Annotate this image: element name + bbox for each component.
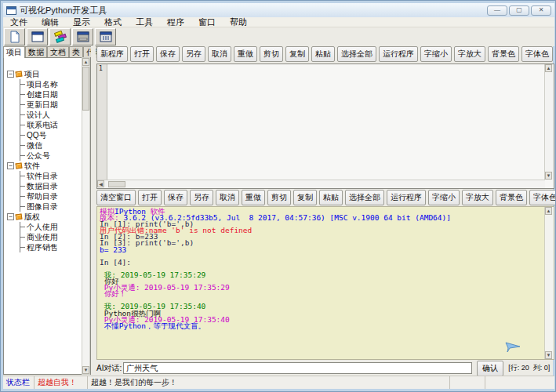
toolbar-button[interactable]: 字缩小 <box>428 190 460 205</box>
tree-group[interactable]: −软件 <box>7 161 90 171</box>
tree-item[interactable]: 设计人 <box>7 110 90 120</box>
maximize-button[interactable]: ▢ <box>509 5 529 16</box>
toolbar-button[interactable]: 字体色 <box>521 46 553 62</box>
new-file-button[interactable] <box>4 28 25 45</box>
tree-item[interactable]: 商业使用 <box>7 232 90 242</box>
toolbar-button[interactable]: 重做 <box>234 46 257 62</box>
tree-item[interactable]: 公众号 <box>7 151 90 161</box>
console-scrollbar[interactable]: ▲ ▼ <box>544 207 554 359</box>
toolbar-button[interactable]: 背景色 <box>488 46 519 62</box>
collapse-icon[interactable]: − <box>7 213 14 220</box>
menu-item[interactable]: 显示 <box>66 17 97 27</box>
grid-window-button[interactable] <box>95 28 116 45</box>
title-bar[interactable]: 可视化Python开发工具 — ▢ ✕ <box>3 3 554 17</box>
toolbar-button[interactable]: 重做 <box>242 190 265 205</box>
toolbar-button[interactable]: 字放大 <box>462 190 493 205</box>
collapse-icon[interactable]: − <box>7 162 14 169</box>
toolbar-button[interactable]: 打开 <box>130 46 154 62</box>
menu-item[interactable]: 帮助 <box>223 17 254 27</box>
tree-item-label: 图像目录 <box>27 201 58 212</box>
toolbar-button[interactable]: 取消 <box>216 190 239 205</box>
left-pane-tab[interactable]: 数据 <box>25 46 47 58</box>
confirm-button[interactable]: 确认 <box>477 361 503 376</box>
tree-item[interactable]: 程序销售 <box>7 242 90 252</box>
menu-item[interactable]: 格式 <box>97 17 129 27</box>
toolbar-button[interactable]: 取消 <box>208 46 231 62</box>
tree-item[interactable]: 联系电话 <box>7 120 90 130</box>
close-button[interactable]: ✕ <box>531 5 551 16</box>
tree-item[interactable]: 软件目录 <box>7 171 90 181</box>
format-colors-icon <box>54 31 67 43</box>
left-pane-tab[interactable]: 项目 <box>3 46 25 58</box>
toolbar-button[interactable]: 另存 <box>182 46 205 62</box>
code-editor[interactable]: 1 ▲ ▼ ◀ <box>96 64 554 189</box>
pane-splitter[interactable] <box>91 46 96 375</box>
tree-scrollbar[interactable]: ▲ ▼ <box>82 57 90 375</box>
menu-item[interactable]: 程序 <box>160 17 191 27</box>
tree-item[interactable]: QQ号 <box>7 130 90 140</box>
scroll-thumb[interactable] <box>108 181 125 187</box>
window-view-button[interactable] <box>27 28 48 45</box>
toolbar-button[interactable]: 选择全部 <box>345 190 384 205</box>
console-window-button[interactable] <box>72 28 93 45</box>
scroll-down-icon[interactable]: ▼ <box>545 351 552 359</box>
menu-item[interactable]: 工具 <box>129 17 160 27</box>
menu-bar: 文件编辑显示格式工具程序窗口帮助 <box>3 17 554 27</box>
toolbar-button[interactable]: 背景色 <box>496 190 527 205</box>
tree-item[interactable]: 创建日期 <box>7 89 90 100</box>
tree-item[interactable]: 数据目录 <box>7 181 90 191</box>
toolbar-button[interactable]: 运行程序 <box>379 46 418 62</box>
scroll-up-icon[interactable]: ▲ <box>545 207 552 215</box>
toolbar-button[interactable]: 剪切 <box>260 46 283 62</box>
toolbar-button[interactable]: 运行程序 <box>387 190 426 205</box>
toolbar-button[interactable]: 剪切 <box>267 190 291 205</box>
scroll-left-icon[interactable]: ◀ <box>97 180 104 187</box>
toolbar-button[interactable]: 粘贴 <box>311 46 335 62</box>
toolbar-button[interactable]: 字体色 <box>529 190 556 205</box>
tree-group[interactable]: −版权 <box>7 212 90 222</box>
toolbar-button[interactable]: 保存 <box>164 190 187 205</box>
tree-group[interactable]: −项目 <box>7 69 90 79</box>
console-text: 模拟IPython 软件版本: 3.6.2 (v3.6.2:5fd33b5, J… <box>97 207 554 331</box>
toolbar-button[interactable]: 新程序 <box>96 46 128 62</box>
scroll-up-icon[interactable]: ▲ <box>545 64 552 72</box>
toolbar-button[interactable]: 字放大 <box>454 46 485 62</box>
scroll-up-icon[interactable]: ▲ <box>82 58 89 66</box>
toolbar-button[interactable]: 选择全部 <box>337 46 376 62</box>
toolbar-button[interactable]: 清空窗口 <box>96 190 136 205</box>
tree-item[interactable]: 项目名称 <box>7 79 90 89</box>
tree-group-label: 软件 <box>24 161 40 172</box>
toolbar-button[interactable]: 复制 <box>293 190 317 205</box>
toolbar-button[interactable]: 复制 <box>285 46 309 62</box>
scroll-down-icon[interactable]: ▼ <box>545 172 552 180</box>
editor-vscrollbar[interactable]: ▲ ▼ <box>544 64 554 180</box>
scroll-thumb[interactable] <box>82 67 89 111</box>
ai-dialog-input[interactable] <box>123 362 472 374</box>
menu-item[interactable]: 文件 <box>3 17 35 27</box>
editor-hscrollbar[interactable]: ◀ <box>97 180 545 188</box>
left-pane-tab[interactable]: 类 <box>69 46 83 58</box>
tree-item[interactable]: 更新日期 <box>7 100 90 110</box>
collapse-icon[interactable]: − <box>7 71 14 78</box>
scroll-down-icon[interactable]: ▼ <box>82 366 89 374</box>
menu-item[interactable]: 窗口 <box>191 17 223 27</box>
toolbar-button[interactable]: 保存 <box>156 46 180 62</box>
tree-item[interactable]: 微信 <box>7 140 90 151</box>
minimize-button[interactable]: — <box>487 5 507 16</box>
tree-item[interactable]: 帮助目录 <box>7 191 90 201</box>
toolbar-button[interactable]: 粘贴 <box>319 190 343 205</box>
console-output[interactable]: 模拟IPython 软件版本: 3.6.2 (v3.6.2:5fd33b5, J… <box>96 206 554 360</box>
format-colors-button[interactable] <box>49 28 71 45</box>
tree-item-label: 公众号 <box>27 151 50 162</box>
left-pane-tab[interactable]: 文档 <box>47 46 69 58</box>
tree-connector <box>20 191 26 201</box>
tree-connector <box>20 100 26 110</box>
toolbar-button[interactable]: 另存 <box>190 190 213 205</box>
toolbar-button[interactable]: 字缩小 <box>420 46 452 62</box>
tree-item[interactable]: 图像目录 <box>7 201 90 212</box>
send-plane-icon <box>505 341 521 353</box>
icon-toolbar <box>3 27 554 46</box>
menu-item[interactable]: 编辑 <box>35 17 66 27</box>
toolbar-button[interactable]: 打开 <box>138 190 162 205</box>
tree-item[interactable]: 个人使用 <box>7 222 90 232</box>
